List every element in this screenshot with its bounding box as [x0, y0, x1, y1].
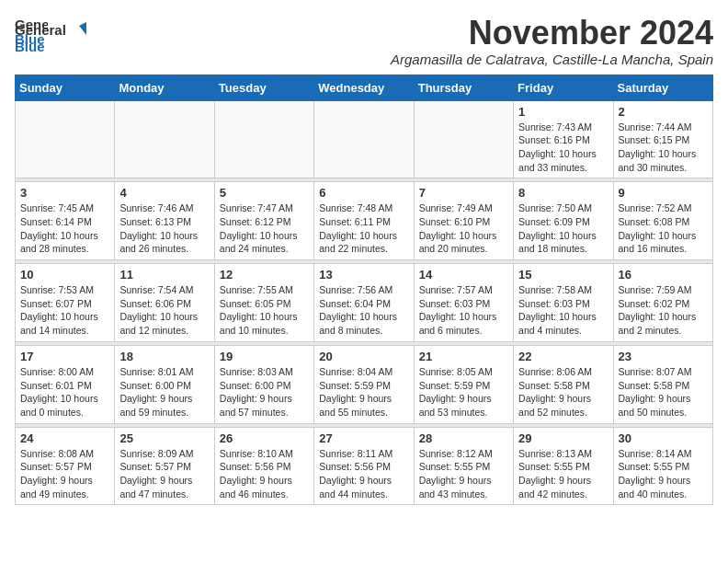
- day-number: 6: [319, 186, 408, 200]
- day-number: 10: [20, 268, 109, 282]
- day-info: Sunrise: 8:05 AM Sunset: 5:59 PM Dayligh…: [419, 365, 508, 419]
- day-number: 16: [619, 268, 708, 282]
- day-number: 12: [220, 268, 309, 282]
- calendar-cell: 26Sunrise: 8:10 AM Sunset: 5:56 PM Dayli…: [214, 427, 313, 505]
- day-info: Sunrise: 7:43 AM Sunset: 6:16 PM Dayligh…: [518, 121, 608, 175]
- day-number: 20: [319, 350, 408, 363]
- calendar-cell: 22Sunrise: 8:06 AM Sunset: 5:58 PM Dayli…: [514, 345, 613, 423]
- day-info: Sunrise: 7:47 AM Sunset: 6:12 PM Dayligh…: [220, 201, 309, 256]
- weekday-header-monday: Monday: [115, 75, 214, 100]
- calendar-cell: 6Sunrise: 7:48 AM Sunset: 6:11 PM Daylig…: [314, 182, 414, 260]
- day-number: 23: [619, 350, 708, 363]
- calendar-cell: 2Sunrise: 7:44 AM Sunset: 6:15 PM Daylig…: [613, 100, 712, 178]
- calendar-cell: [214, 100, 313, 178]
- day-info: Sunrise: 8:04 AM Sunset: 5:59 PM Dayligh…: [319, 365, 408, 419]
- day-info: Sunrise: 7:45 AM Sunset: 6:14 PM Dayligh…: [20, 201, 109, 256]
- location-title: Argamasilla de Calatrava, Castille-La Ma…: [391, 52, 713, 67]
- calendar-week-5: 24Sunrise: 8:08 AM Sunset: 5:57 PM Dayli…: [16, 427, 713, 505]
- weekday-header-thursday: Thursday: [414, 75, 513, 100]
- day-info: Sunrise: 8:11 AM Sunset: 5:56 PM Dayligh…: [319, 447, 408, 501]
- weekday-header-wednesday: Wednesday: [314, 75, 414, 100]
- day-number: 17: [20, 350, 109, 363]
- calendar-cell: 7Sunrise: 7:49 AM Sunset: 6:10 PM Daylig…: [414, 182, 513, 260]
- calendar-cell: 1Sunrise: 7:43 AM Sunset: 6:16 PM Daylig…: [514, 100, 613, 178]
- weekday-header-saturday: Saturday: [613, 75, 712, 100]
- calendar-cell: 5Sunrise: 7:47 AM Sunset: 6:12 PM Daylig…: [214, 182, 313, 260]
- calendar-week-1: 1Sunrise: 7:43 AM Sunset: 6:16 PM Daylig…: [16, 100, 713, 178]
- day-info: Sunrise: 8:08 AM Sunset: 5:57 PM Dayligh…: [20, 447, 109, 501]
- weekday-header-tuesday: Tuesday: [214, 75, 313, 100]
- day-number: 24: [20, 431, 109, 445]
- day-number: 1: [518, 105, 608, 119]
- day-info: Sunrise: 7:53 AM Sunset: 6:07 PM Dayligh…: [20, 283, 109, 338]
- month-title: November 2024: [391, 15, 713, 52]
- calendar-cell: 29Sunrise: 8:13 AM Sunset: 5:55 PM Dayli…: [514, 427, 613, 505]
- weekday-header-friday: Friday: [514, 75, 613, 100]
- day-info: Sunrise: 7:58 AM Sunset: 6:03 PM Dayligh…: [518, 283, 608, 338]
- calendar-cell: 25Sunrise: 8:09 AM Sunset: 5:57 PM Dayli…: [115, 427, 214, 505]
- calendar-cell: 12Sunrise: 7:55 AM Sunset: 6:05 PM Dayli…: [214, 264, 313, 342]
- day-number: 15: [518, 268, 608, 282]
- day-info: Sunrise: 8:10 AM Sunset: 5:56 PM Dayligh…: [220, 447, 309, 501]
- calendar-cell: 15Sunrise: 7:58 AM Sunset: 6:03 PM Dayli…: [514, 264, 613, 342]
- day-info: Sunrise: 7:46 AM Sunset: 6:13 PM Dayligh…: [119, 201, 209, 256]
- logo-graphic: General Blue: [15, 20, 88, 57]
- calendar-cell: 27Sunrise: 8:11 AM Sunset: 5:56 PM Dayli…: [314, 427, 414, 505]
- logo: General Blue General Blue: [15, 15, 88, 57]
- day-info: Sunrise: 8:07 AM Sunset: 5:58 PM Dayligh…: [619, 365, 708, 419]
- calendar-cell: 28Sunrise: 8:12 AM Sunset: 5:55 PM Dayli…: [414, 427, 513, 505]
- calendar-cell: 13Sunrise: 7:56 AM Sunset: 6:04 PM Dayli…: [314, 264, 414, 342]
- day-number: 27: [319, 431, 408, 445]
- day-number: 19: [220, 350, 309, 363]
- day-number: 5: [220, 186, 309, 200]
- calendar-cell: 4Sunrise: 7:46 AM Sunset: 6:13 PM Daylig…: [115, 182, 214, 260]
- day-info: Sunrise: 8:03 AM Sunset: 6:00 PM Dayligh…: [220, 365, 309, 419]
- calendar-week-4: 17Sunrise: 8:00 AM Sunset: 6:01 PM Dayli…: [16, 345, 713, 423]
- day-info: Sunrise: 8:00 AM Sunset: 6:01 PM Dayligh…: [20, 365, 109, 419]
- day-number: 18: [119, 350, 209, 363]
- day-info: Sunrise: 8:09 AM Sunset: 5:57 PM Dayligh…: [119, 447, 209, 501]
- day-info: Sunrise: 8:06 AM Sunset: 5:58 PM Dayligh…: [518, 365, 608, 419]
- calendar-cell: [314, 100, 414, 178]
- day-info: Sunrise: 7:59 AM Sunset: 6:02 PM Dayligh…: [619, 283, 708, 338]
- day-number: 11: [119, 268, 209, 282]
- calendar-week-3: 10Sunrise: 7:53 AM Sunset: 6:07 PM Dayli…: [16, 264, 713, 342]
- day-info: Sunrise: 7:56 AM Sunset: 6:04 PM Dayligh…: [319, 283, 408, 338]
- calendar-cell: 19Sunrise: 8:03 AM Sunset: 6:00 PM Dayli…: [214, 345, 313, 423]
- calendar-cell: 24Sunrise: 8:08 AM Sunset: 5:57 PM Dayli…: [16, 427, 115, 505]
- day-info: Sunrise: 8:14 AM Sunset: 5:55 PM Dayligh…: [619, 447, 708, 501]
- calendar-cell: 21Sunrise: 8:05 AM Sunset: 5:59 PM Dayli…: [414, 345, 513, 423]
- title-block: November 2024 Argamasilla de Calatrava, …: [391, 15, 713, 67]
- day-number: 3: [20, 186, 109, 200]
- calendar-cell: 10Sunrise: 7:53 AM Sunset: 6:07 PM Dayli…: [16, 264, 115, 342]
- calendar-cell: 9Sunrise: 7:52 AM Sunset: 6:08 PM Daylig…: [613, 182, 712, 260]
- day-info: Sunrise: 7:52 AM Sunset: 6:08 PM Dayligh…: [619, 201, 708, 256]
- calendar-cell: 18Sunrise: 8:01 AM Sunset: 6:00 PM Dayli…: [115, 345, 214, 423]
- day-number: 22: [518, 350, 608, 363]
- calendar-cell: 20Sunrise: 8:04 AM Sunset: 5:59 PM Dayli…: [314, 345, 414, 423]
- calendar-cell: 8Sunrise: 7:50 AM Sunset: 6:09 PM Daylig…: [514, 182, 613, 260]
- day-info: Sunrise: 7:49 AM Sunset: 6:10 PM Dayligh…: [419, 201, 508, 256]
- day-info: Sunrise: 8:13 AM Sunset: 5:55 PM Dayligh…: [518, 447, 608, 501]
- calendar-cell: 14Sunrise: 7:57 AM Sunset: 6:03 PM Dayli…: [414, 264, 513, 342]
- day-number: 14: [419, 268, 508, 282]
- day-info: Sunrise: 7:48 AM Sunset: 6:11 PM Dayligh…: [319, 201, 408, 256]
- day-info: Sunrise: 8:01 AM Sunset: 6:00 PM Dayligh…: [119, 365, 209, 419]
- day-info: Sunrise: 7:44 AM Sunset: 6:15 PM Dayligh…: [619, 121, 708, 175]
- weekday-header-sunday: Sunday: [16, 75, 115, 100]
- calendar-table: SundayMondayTuesdayWednesdayThursdayFrid…: [15, 75, 713, 506]
- day-number: 21: [419, 350, 508, 363]
- day-number: 8: [518, 186, 608, 200]
- calendar-cell: [16, 100, 115, 178]
- day-info: Sunrise: 7:54 AM Sunset: 6:06 PM Dayligh…: [119, 283, 209, 338]
- calendar-cell: [115, 100, 214, 178]
- calendar-cell: 11Sunrise: 7:54 AM Sunset: 6:06 PM Dayli…: [115, 264, 214, 342]
- day-number: 2: [619, 105, 708, 119]
- day-number: 13: [319, 268, 408, 282]
- svg-text:Blue: Blue: [15, 39, 45, 54]
- day-info: Sunrise: 8:12 AM Sunset: 5:55 PM Dayligh…: [419, 447, 508, 501]
- day-info: Sunrise: 7:55 AM Sunset: 6:05 PM Dayligh…: [220, 283, 309, 338]
- day-number: 26: [220, 431, 309, 445]
- day-number: 30: [619, 431, 708, 445]
- day-number: 29: [518, 431, 608, 445]
